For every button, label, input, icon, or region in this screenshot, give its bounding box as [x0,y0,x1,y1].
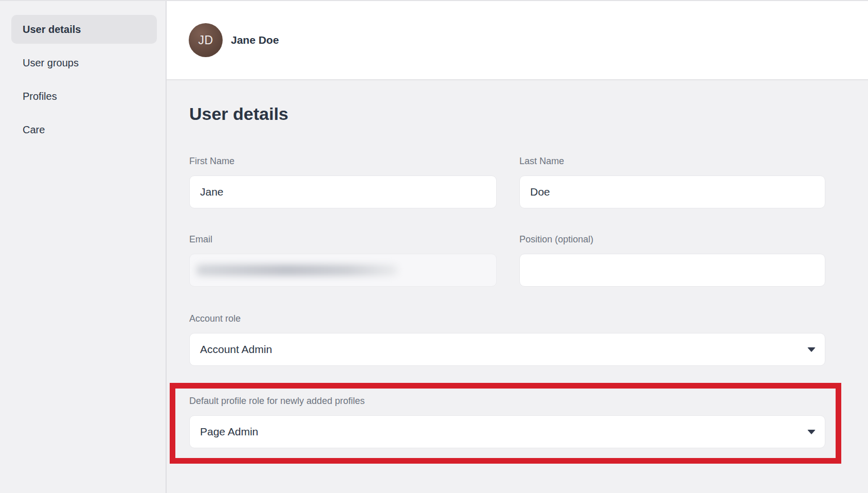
sidebar-item-profiles[interactable]: Profiles [11,82,157,111]
position-input[interactable] [519,254,825,287]
first-name-input[interactable] [189,175,497,208]
last-name-field-group: Last Name [519,155,825,208]
position-label: Position (optional) [519,233,825,246]
default-profile-role-value: Page Admin [200,426,258,438]
app-window: User details User groups Profiles Care J… [0,0,868,493]
sidebar-item-label: Profiles [23,91,57,102]
caret-down-icon [807,430,816,434]
position-field-group: Position (optional) [519,233,825,287]
settings-sidebar: User details User groups Profiles Care [0,1,167,493]
email-position-row: Email Position (optional) [189,233,825,287]
sidebar-item-label: User groups [23,57,79,69]
default-profile-role-select[interactable]: Page Admin [189,415,825,448]
avatar: JD [189,23,223,57]
default-profile-role-label: Default profile role for newly added pro… [189,395,825,408]
highlight-box: Default profile role for newly added pro… [170,383,841,464]
user-details-section: User details First Name Last Name [167,80,868,493]
email-input-wrapper [189,254,497,287]
email-input[interactable] [189,254,497,287]
avatar-initials: JD [198,33,213,47]
account-role-label: Account role [189,312,825,325]
sidebar-item-label: User details [23,24,81,36]
sidebar-item-user-groups[interactable]: User groups [11,48,157,77]
sidebar-item-label: Care [23,124,45,136]
last-name-label: Last Name [519,155,825,168]
email-field-group: Email [189,233,497,287]
first-name-field-group: First Name [189,155,497,208]
account-role-select[interactable]: Account Admin [189,333,825,366]
user-header: JD Jane Doe [167,1,868,80]
first-name-label: First Name [189,155,497,168]
name-row: First Name Last Name [189,155,825,208]
caret-down-icon [807,347,816,352]
sidebar-item-user-details[interactable]: User details [11,15,157,44]
user-details-form: First Name Last Name Email [189,155,825,464]
default-profile-role-field-group: Default profile role for newly added pro… [189,395,825,448]
user-name: Jane Doe [231,34,279,46]
sidebar-item-care[interactable]: Care [11,115,157,144]
page-title: User details [189,101,868,126]
account-role-field-group: Account role Account Admin [189,312,825,366]
email-label: Email [189,233,497,246]
last-name-input[interactable] [519,175,825,208]
account-role-value: Account Admin [200,343,272,356]
main-panel: JD Jane Doe User details First Name Last… [167,1,868,493]
